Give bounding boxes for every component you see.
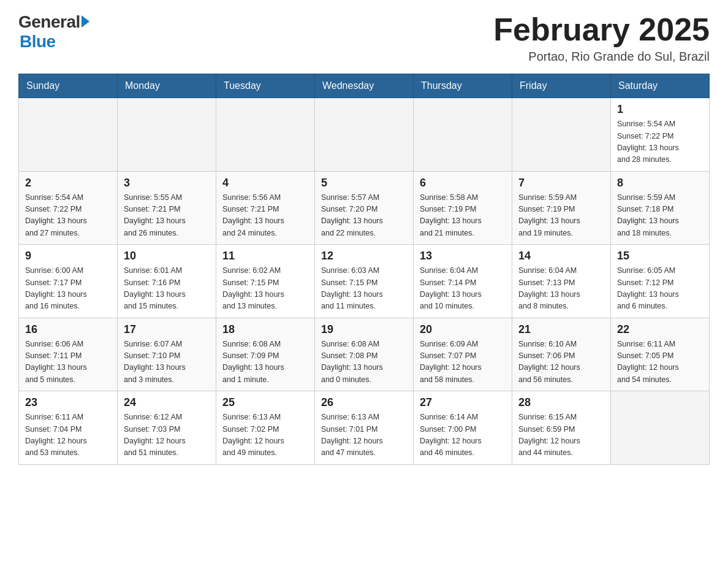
weekday-header-row: SundayMondayTuesdayWednesdayThursdayFrid… <box>19 74 710 98</box>
calendar-day-cell <box>512 98 611 172</box>
page-header: General Blue February 2025 Portao, Rio G… <box>18 12 710 64</box>
day-number: 4 <box>222 177 308 190</box>
day-info: Sunrise: 6:08 AM Sunset: 7:08 PM Dayligh… <box>321 339 407 386</box>
day-info: Sunrise: 6:04 AM Sunset: 7:13 PM Dayligh… <box>518 265 604 313</box>
day-number: 11 <box>222 250 308 262</box>
calendar-day-cell: 11Sunrise: 6:02 AM Sunset: 7:15 PM Dayli… <box>216 245 315 318</box>
day-number: 28 <box>518 396 604 409</box>
day-info: Sunrise: 6:10 AM Sunset: 7:06 PM Dayligh… <box>518 339 604 386</box>
calendar-day-cell: 3Sunrise: 5:55 AM Sunset: 7:21 PM Daylig… <box>118 171 216 245</box>
day-info: Sunrise: 6:04 AM Sunset: 7:14 PM Dayligh… <box>420 265 506 313</box>
calendar-day-cell: 22Sunrise: 6:11 AM Sunset: 7:05 PM Dayli… <box>611 318 710 391</box>
calendar-day-cell: 25Sunrise: 6:13 AM Sunset: 7:02 PM Dayli… <box>216 391 315 465</box>
logo-blue-text: Blue <box>20 32 56 52</box>
day-number: 17 <box>124 323 210 336</box>
week-row-4: 16Sunrise: 6:06 AM Sunset: 7:11 PM Dayli… <box>19 318 710 391</box>
calendar-day-cell: 8Sunrise: 5:59 AM Sunset: 7:18 PM Daylig… <box>611 171 710 245</box>
day-info: Sunrise: 6:03 AM Sunset: 7:15 PM Dayligh… <box>321 265 407 313</box>
day-info: Sunrise: 6:13 AM Sunset: 7:01 PM Dayligh… <box>321 412 407 459</box>
weekday-header-sunday: Sunday <box>19 74 118 98</box>
day-number: 6 <box>420 177 506 190</box>
calendar-day-cell: 27Sunrise: 6:14 AM Sunset: 7:00 PM Dayli… <box>414 391 512 465</box>
week-row-3: 9Sunrise: 6:00 AM Sunset: 7:17 PM Daylig… <box>19 245 710 318</box>
day-number: 12 <box>321 250 407 262</box>
calendar-day-cell: 2Sunrise: 5:54 AM Sunset: 7:22 PM Daylig… <box>19 171 118 245</box>
day-number: 24 <box>124 396 210 409</box>
weekday-header-saturday: Saturday <box>611 74 710 98</box>
day-number: 3 <box>124 177 210 190</box>
week-row-1: 1Sunrise: 5:54 AM Sunset: 7:22 PM Daylig… <box>19 98 710 172</box>
calendar-day-cell <box>414 98 512 172</box>
day-number: 9 <box>25 250 111 262</box>
calendar-day-cell: 24Sunrise: 6:12 AM Sunset: 7:03 PM Dayli… <box>118 391 216 465</box>
day-info: Sunrise: 6:06 AM Sunset: 7:11 PM Dayligh… <box>25 339 111 386</box>
logo: General Blue <box>18 12 89 52</box>
calendar-day-cell <box>315 98 414 172</box>
calendar-day-cell <box>118 98 216 172</box>
day-number: 8 <box>617 177 703 190</box>
calendar-day-cell: 12Sunrise: 6:03 AM Sunset: 7:15 PM Dayli… <box>315 245 414 318</box>
weekday-header-thursday: Thursday <box>414 74 512 98</box>
day-number: 15 <box>617 250 703 262</box>
calendar-day-cell: 14Sunrise: 6:04 AM Sunset: 7:13 PM Dayli… <box>512 245 611 318</box>
day-info: Sunrise: 6:05 AM Sunset: 7:12 PM Dayligh… <box>617 265 703 313</box>
calendar-day-cell: 18Sunrise: 6:08 AM Sunset: 7:09 PM Dayli… <box>216 318 315 391</box>
calendar-day-cell: 7Sunrise: 5:59 AM Sunset: 7:19 PM Daylig… <box>512 171 611 245</box>
title-section: February 2025 Portao, Rio Grande do Sul,… <box>493 12 710 64</box>
day-info: Sunrise: 5:57 AM Sunset: 7:20 PM Dayligh… <box>321 192 407 240</box>
day-number: 21 <box>518 323 604 336</box>
week-row-2: 2Sunrise: 5:54 AM Sunset: 7:22 PM Daylig… <box>19 171 710 245</box>
calendar-day-cell: 28Sunrise: 6:15 AM Sunset: 6:59 PM Dayli… <box>512 391 611 465</box>
calendar-day-cell: 10Sunrise: 6:01 AM Sunset: 7:16 PM Dayli… <box>118 245 216 318</box>
day-number: 7 <box>518 177 604 190</box>
day-info: Sunrise: 5:54 AM Sunset: 7:22 PM Dayligh… <box>617 118 703 166</box>
calendar-day-cell <box>216 98 315 172</box>
calendar-day-cell: 16Sunrise: 6:06 AM Sunset: 7:11 PM Dayli… <box>19 318 118 391</box>
logo-triangle-icon <box>82 15 89 28</box>
calendar-day-cell: 17Sunrise: 6:07 AM Sunset: 7:10 PM Dayli… <box>118 318 216 391</box>
day-number: 27 <box>420 396 506 409</box>
day-info: Sunrise: 6:14 AM Sunset: 7:00 PM Dayligh… <box>420 412 506 459</box>
day-info: Sunrise: 6:09 AM Sunset: 7:07 PM Dayligh… <box>420 339 506 386</box>
day-number: 23 <box>25 396 111 409</box>
day-number: 5 <box>321 177 407 190</box>
day-number: 14 <box>518 250 604 262</box>
week-row-5: 23Sunrise: 6:11 AM Sunset: 7:04 PM Dayli… <box>19 391 710 465</box>
calendar-day-cell: 6Sunrise: 5:58 AM Sunset: 7:19 PM Daylig… <box>414 171 512 245</box>
calendar-day-cell <box>611 391 710 465</box>
day-number: 18 <box>222 323 308 336</box>
day-number: 13 <box>420 250 506 262</box>
day-info: Sunrise: 6:01 AM Sunset: 7:16 PM Dayligh… <box>124 265 210 313</box>
day-info: Sunrise: 6:08 AM Sunset: 7:09 PM Dayligh… <box>222 339 308 386</box>
day-number: 10 <box>124 250 210 262</box>
day-info: Sunrise: 6:00 AM Sunset: 7:17 PM Dayligh… <box>25 265 111 313</box>
day-number: 20 <box>420 323 506 336</box>
calendar-day-cell <box>19 98 118 172</box>
day-info: Sunrise: 6:13 AM Sunset: 7:02 PM Dayligh… <box>222 412 308 459</box>
logo-general-text: General <box>18 12 80 32</box>
calendar-day-cell: 9Sunrise: 6:00 AM Sunset: 7:17 PM Daylig… <box>19 245 118 318</box>
weekday-header-wednesday: Wednesday <box>315 74 414 98</box>
calendar-day-cell: 26Sunrise: 6:13 AM Sunset: 7:01 PM Dayli… <box>315 391 414 465</box>
day-number: 19 <box>321 323 407 336</box>
day-info: Sunrise: 5:56 AM Sunset: 7:21 PM Dayligh… <box>222 192 308 240</box>
day-info: Sunrise: 6:15 AM Sunset: 6:59 PM Dayligh… <box>518 412 604 459</box>
day-info: Sunrise: 5:55 AM Sunset: 7:21 PM Dayligh… <box>124 192 210 240</box>
day-number: 26 <box>321 396 407 409</box>
calendar-day-cell: 20Sunrise: 6:09 AM Sunset: 7:07 PM Dayli… <box>414 318 512 391</box>
day-info: Sunrise: 6:07 AM Sunset: 7:10 PM Dayligh… <box>124 339 210 386</box>
weekday-header-tuesday: Tuesday <box>216 74 315 98</box>
day-info: Sunrise: 6:11 AM Sunset: 7:05 PM Dayligh… <box>617 339 703 386</box>
calendar-day-cell: 21Sunrise: 6:10 AM Sunset: 7:06 PM Dayli… <box>512 318 611 391</box>
day-info: Sunrise: 5:59 AM Sunset: 7:18 PM Dayligh… <box>617 192 703 240</box>
day-info: Sunrise: 5:58 AM Sunset: 7:19 PM Dayligh… <box>420 192 506 240</box>
calendar-day-cell: 1Sunrise: 5:54 AM Sunset: 7:22 PM Daylig… <box>611 98 710 172</box>
calendar-day-cell: 13Sunrise: 6:04 AM Sunset: 7:14 PM Dayli… <box>414 245 512 318</box>
day-number: 16 <box>25 323 111 336</box>
day-info: Sunrise: 5:54 AM Sunset: 7:22 PM Dayligh… <box>25 192 111 240</box>
day-info: Sunrise: 5:59 AM Sunset: 7:19 PM Dayligh… <box>518 192 604 240</box>
calendar-day-cell: 5Sunrise: 5:57 AM Sunset: 7:20 PM Daylig… <box>315 171 414 245</box>
day-info: Sunrise: 6:11 AM Sunset: 7:04 PM Dayligh… <box>25 412 111 459</box>
month-title: February 2025 <box>493 12 710 47</box>
calendar-day-cell: 23Sunrise: 6:11 AM Sunset: 7:04 PM Dayli… <box>19 391 118 465</box>
